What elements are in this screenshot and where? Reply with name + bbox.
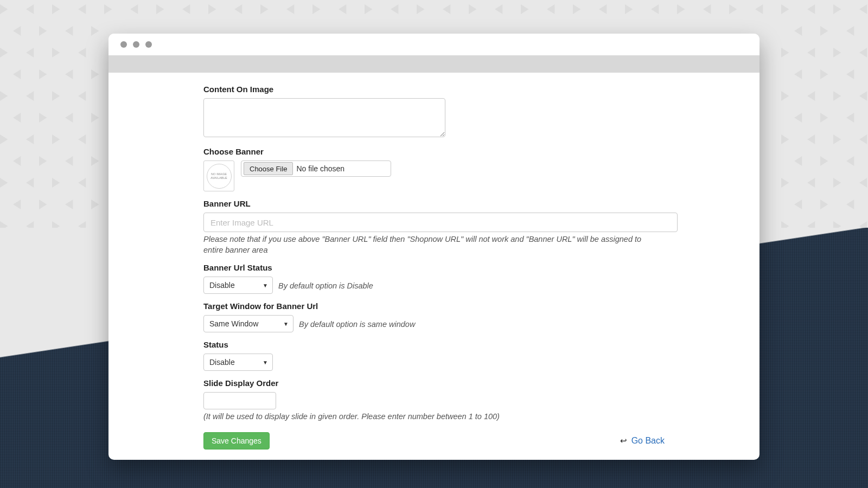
slide-order-hint: (It will be used to display slide in giv… xyxy=(203,412,665,422)
target-window-hint: By default option is same window xyxy=(299,319,415,330)
banner-url-status-value: Disable xyxy=(209,281,235,290)
banner-url-status-select[interactable]: Disable ▼ xyxy=(203,277,273,294)
banner-url-hint: Please note that if you use above "Banne… xyxy=(203,234,659,255)
status-value: Disable xyxy=(209,358,235,367)
go-back-text: Go Back xyxy=(631,436,665,446)
browser-window: Content On Image Choose Banner NO IMAGE … xyxy=(108,34,760,460)
choose-banner-label: Choose Banner xyxy=(203,147,665,156)
banner-url-status-hint: By default option is Disable xyxy=(278,281,373,292)
window-titlebar xyxy=(108,34,760,55)
content-on-image-label: Content On Image xyxy=(203,85,665,94)
file-chosen-text: No file chosen xyxy=(296,164,344,173)
slide-order-label: Slide Display Order xyxy=(203,378,665,388)
go-back-link[interactable]: ↩ Go Back xyxy=(620,436,665,446)
form-content: Content On Image Choose Banner NO IMAGE … xyxy=(108,73,760,460)
no-image-icon: NO IMAGE AVAILABLE xyxy=(207,164,232,189)
target-window-select[interactable]: Same Window ▼ xyxy=(203,315,293,332)
banner-url-label: Banner URL xyxy=(203,199,665,208)
slide-order-input[interactable] xyxy=(203,392,276,409)
traffic-light-close[interactable] xyxy=(120,41,127,48)
status-select[interactable]: Disable ▼ xyxy=(203,354,273,371)
status-label: Status xyxy=(203,340,665,349)
content-on-image-input[interactable] xyxy=(203,98,445,137)
traffic-light-min[interactable] xyxy=(133,41,139,48)
target-window-value: Same Window xyxy=(209,319,258,328)
traffic-light-max[interactable] xyxy=(145,41,152,48)
window-toolbar xyxy=(108,55,760,73)
save-button[interactable]: Save Changes xyxy=(203,432,270,450)
chevron-down-icon: ▼ xyxy=(263,282,268,288)
banner-thumbnail: NO IMAGE AVAILABLE xyxy=(203,160,234,191)
target-window-label: Target Window for Banner Url xyxy=(203,301,665,311)
reply-arrow-icon: ↩ xyxy=(620,436,627,446)
file-input[interactable]: Choose File No file chosen xyxy=(241,160,391,177)
choose-file-button[interactable]: Choose File xyxy=(244,162,293,175)
banner-url-input[interactable] xyxy=(203,213,678,232)
chevron-down-icon: ▼ xyxy=(263,359,268,365)
chevron-down-icon: ▼ xyxy=(283,321,289,327)
banner-url-status-label: Banner Url Status xyxy=(203,263,665,272)
